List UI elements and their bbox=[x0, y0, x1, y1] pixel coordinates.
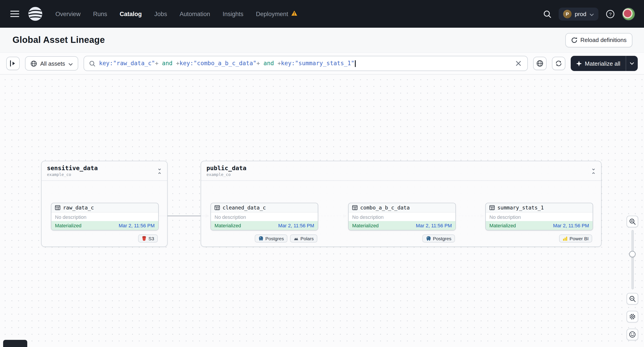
tag-label: Postgres bbox=[266, 236, 284, 241]
asset-status-row: Materialized Mar 2, 11:56 PM bbox=[348, 221, 456, 230]
asset-name: combo_a_b_c_data bbox=[360, 205, 410, 211]
tag-polars[interactable]: Polars bbox=[290, 235, 317, 243]
tag-postgres[interactable]: Postgres bbox=[255, 235, 288, 243]
asset-status: Materialized bbox=[489, 223, 516, 228]
reload-definitions-button[interactable]: Reload definitions bbox=[565, 33, 632, 47]
asset-group-sensitive-data: sensitive_data example_co raw_data_c No … bbox=[41, 161, 168, 247]
tag-power-bi[interactable]: Power BI bbox=[559, 235, 592, 243]
deployment-switcher[interactable]: P prod bbox=[559, 7, 598, 20]
asset-description: No description bbox=[52, 213, 158, 221]
tag-label: S3 bbox=[148, 236, 154, 241]
top-navbar: Overview Runs Catalog Jobs Automation In… bbox=[0, 0, 644, 28]
nav-item-automation[interactable]: Automation bbox=[180, 10, 210, 17]
zoom-slider-handle[interactable] bbox=[629, 251, 636, 257]
help-icon[interactable]: ? bbox=[606, 9, 615, 18]
nav-item-insights[interactable]: Insights bbox=[222, 10, 243, 17]
asset-tags: Postgres Polars bbox=[255, 235, 317, 243]
tag-label: Postgres bbox=[433, 236, 452, 241]
lineage-toolbar: All assets key:"raw_data_c"+ and +key:"c… bbox=[0, 53, 644, 75]
search-icon[interactable] bbox=[543, 9, 552, 18]
nav-item-overview[interactable]: Overview bbox=[56, 10, 81, 17]
table-icon bbox=[214, 205, 220, 210]
text-cursor bbox=[355, 60, 356, 67]
asset-node-raw-data-c[interactable]: raw_data_c No description Materialized M… bbox=[51, 203, 159, 230]
clear-search-icon[interactable] bbox=[514, 59, 522, 67]
asset-node-combo-a-b-c-data[interactable]: combo_a_b_c_data No description Material… bbox=[348, 203, 456, 230]
graph-view-globe-button[interactable] bbox=[533, 57, 546, 70]
minimap-panel[interactable] bbox=[3, 340, 27, 347]
warning-icon bbox=[291, 10, 298, 18]
feedback-smiley-icon[interactable] bbox=[626, 329, 638, 340]
asset-description: No description bbox=[211, 213, 318, 221]
nav-item-deployment[interactable]: Deployment bbox=[256, 10, 298, 18]
asset-description: No description bbox=[486, 213, 592, 221]
materialize-all-button[interactable]: Materialize all bbox=[570, 56, 638, 71]
sparkle-icon bbox=[576, 60, 582, 66]
postgres-icon bbox=[426, 236, 431, 241]
asset-node-header: combo_a_b_c_data bbox=[348, 203, 456, 213]
app-window: Overview Runs Catalog Jobs Automation In… bbox=[0, 0, 644, 347]
hamburger-menu-icon[interactable] bbox=[9, 8, 20, 20]
tag-postgres[interactable]: Postgres bbox=[422, 235, 455, 243]
refresh-button[interactable] bbox=[552, 57, 565, 70]
tag-label: Power BI bbox=[570, 236, 588, 241]
nav-item-runs[interactable]: Runs bbox=[93, 10, 107, 17]
asset-selection-input[interactable]: key:"raw_data_c"+ and +key:"combo_a_b_c_… bbox=[83, 56, 528, 71]
lineage-canvas[interactable]: sensitive_data example_co raw_data_c No … bbox=[0, 75, 644, 347]
asset-status: Materialized bbox=[352, 223, 379, 228]
asset-materialization-timestamp[interactable]: Mar 2, 11:56 PM bbox=[119, 223, 155, 228]
group-header[interactable]: public_data example_co bbox=[201, 161, 601, 181]
asset-tags: Power BI bbox=[559, 235, 592, 243]
group-name: public_data bbox=[206, 164, 596, 171]
viewport: Overview Runs Catalog Jobs Automation In… bbox=[0, 0, 644, 347]
asset-scope-dropdown[interactable]: All assets bbox=[25, 56, 78, 70]
zoom-out-button[interactable] bbox=[626, 293, 638, 305]
asset-scope-label: All assets bbox=[40, 60, 65, 67]
group-code-location: example_co bbox=[206, 172, 596, 177]
s3-icon bbox=[142, 236, 146, 241]
user-avatar[interactable] bbox=[622, 7, 635, 20]
asset-name: cleaned_data_c bbox=[222, 205, 266, 211]
table-icon bbox=[55, 205, 60, 210]
asset-materialization-timestamp[interactable]: Mar 2, 11:56 PM bbox=[278, 223, 314, 228]
graph-settings-gear-icon[interactable] bbox=[626, 311, 638, 323]
globe-icon bbox=[30, 60, 37, 67]
collapse-group-icon[interactable] bbox=[157, 168, 162, 176]
asset-description: No description bbox=[348, 213, 456, 221]
reload-definitions-label: Reload definitions bbox=[580, 37, 626, 43]
group-name: sensitive_data bbox=[47, 164, 162, 171]
asset-status-row: Materialized Mar 2, 11:56 PM bbox=[211, 221, 318, 230]
deployment-name: prod bbox=[575, 10, 586, 17]
dagster-logo-icon[interactable] bbox=[27, 5, 44, 22]
nav-item-catalog[interactable]: Catalog bbox=[120, 10, 142, 17]
deployment-initial-badge: P bbox=[563, 9, 572, 18]
nav-item-jobs[interactable]: Jobs bbox=[154, 10, 167, 17]
asset-group-public-data: public_data example_co cleaned_data_c No… bbox=[201, 161, 602, 247]
group-header[interactable]: sensitive_data example_co bbox=[42, 161, 167, 181]
collapse-group-icon[interactable] bbox=[591, 168, 596, 176]
table-icon bbox=[489, 205, 495, 210]
tag-label: Polars bbox=[300, 236, 314, 241]
svg-text:?: ? bbox=[609, 11, 612, 16]
asset-status: Materialized bbox=[214, 223, 241, 228]
chevron-down-icon bbox=[590, 10, 594, 18]
zoom-slider-track[interactable] bbox=[632, 230, 634, 289]
page-title: Global Asset Lineage bbox=[12, 35, 105, 45]
asset-node-cleaned-data-c[interactable]: cleaned_data_c No description Materializ… bbox=[210, 203, 318, 230]
open-left-panel-button[interactable] bbox=[6, 57, 20, 70]
asset-node-summary-stats-1[interactable]: summary_stats_1 No description Materiali… bbox=[485, 203, 593, 230]
materialize-all-label: Materialize all bbox=[585, 60, 620, 67]
zoom-in-button[interactable] bbox=[626, 216, 638, 227]
materialize-options-caret[interactable] bbox=[626, 56, 638, 71]
asset-node-header: raw_data_c bbox=[52, 203, 158, 213]
tag-s3[interactable]: S3 bbox=[138, 235, 158, 243]
asset-tags: Postgres bbox=[422, 235, 455, 243]
asset-node-header: summary_stats_1 bbox=[486, 203, 592, 213]
asset-materialization-timestamp[interactable]: Mar 2, 11:56 PM bbox=[553, 223, 589, 228]
materialize-all-main[interactable]: Materialize all bbox=[570, 56, 626, 71]
chevron-down-icon bbox=[68, 60, 72, 67]
group-code-location: example_co bbox=[47, 172, 162, 177]
nav-item-deployment-label: Deployment bbox=[256, 10, 288, 17]
polars-icon bbox=[294, 236, 298, 241]
asset-materialization-timestamp[interactable]: Mar 2, 11:56 PM bbox=[416, 223, 452, 228]
